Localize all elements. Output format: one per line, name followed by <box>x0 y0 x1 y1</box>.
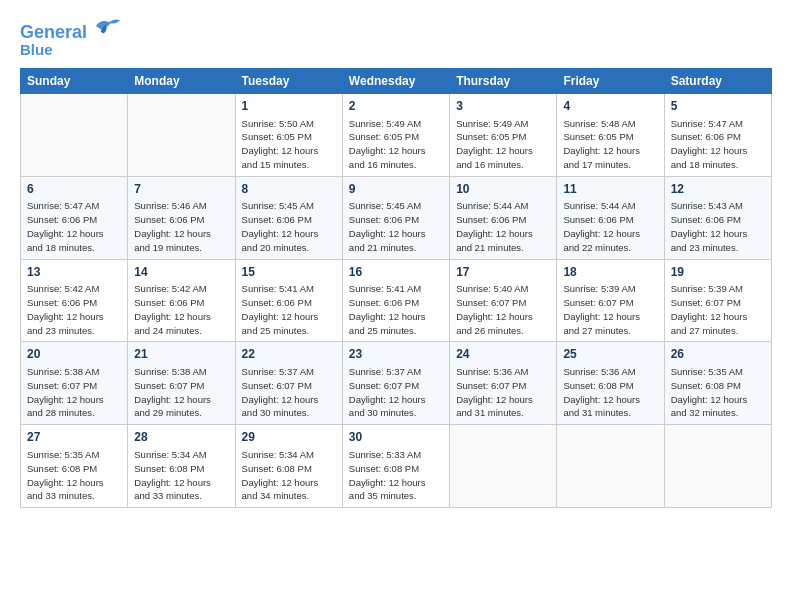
calendar-cell: 26Sunrise: 5:35 AM Sunset: 6:08 PM Dayli… <box>664 342 771 425</box>
logo-bird-icon <box>94 16 122 38</box>
day-number: 10 <box>456 181 550 198</box>
day-info: Sunrise: 5:45 AM Sunset: 6:06 PM Dayligh… <box>349 199 443 254</box>
page-header: General Blue <box>20 16 772 58</box>
day-number: 4 <box>563 98 657 115</box>
day-info: Sunrise: 5:47 AM Sunset: 6:06 PM Dayligh… <box>27 199 121 254</box>
day-info: Sunrise: 5:45 AM Sunset: 6:06 PM Dayligh… <box>242 199 336 254</box>
calendar-cell: 10Sunrise: 5:44 AM Sunset: 6:06 PM Dayli… <box>450 176 557 259</box>
calendar-table: SundayMondayTuesdayWednesdayThursdayFrid… <box>20 68 772 508</box>
calendar-cell <box>664 425 771 508</box>
day-info: Sunrise: 5:49 AM Sunset: 6:05 PM Dayligh… <box>349 117 443 172</box>
day-info: Sunrise: 5:42 AM Sunset: 6:06 PM Dayligh… <box>134 282 228 337</box>
day-number: 27 <box>27 429 121 446</box>
day-header-monday: Monday <box>128 68 235 93</box>
calendar-cell: 23Sunrise: 5:37 AM Sunset: 6:07 PM Dayli… <box>342 342 449 425</box>
day-info: Sunrise: 5:42 AM Sunset: 6:06 PM Dayligh… <box>27 282 121 337</box>
calendar-cell: 2Sunrise: 5:49 AM Sunset: 6:05 PM Daylig… <box>342 93 449 176</box>
day-info: Sunrise: 5:50 AM Sunset: 6:05 PM Dayligh… <box>242 117 336 172</box>
day-info: Sunrise: 5:34 AM Sunset: 6:08 PM Dayligh… <box>134 448 228 503</box>
logo: General Blue <box>20 16 122 58</box>
calendar-cell: 3Sunrise: 5:49 AM Sunset: 6:05 PM Daylig… <box>450 93 557 176</box>
calendar-cell: 17Sunrise: 5:40 AM Sunset: 6:07 PM Dayli… <box>450 259 557 342</box>
calendar-cell: 6Sunrise: 5:47 AM Sunset: 6:06 PM Daylig… <box>21 176 128 259</box>
day-number: 17 <box>456 264 550 281</box>
day-number: 8 <box>242 181 336 198</box>
day-number: 14 <box>134 264 228 281</box>
day-info: Sunrise: 5:46 AM Sunset: 6:06 PM Dayligh… <box>134 199 228 254</box>
day-number: 16 <box>349 264 443 281</box>
day-number: 5 <box>671 98 765 115</box>
calendar-cell: 20Sunrise: 5:38 AM Sunset: 6:07 PM Dayli… <box>21 342 128 425</box>
day-number: 30 <box>349 429 443 446</box>
day-info: Sunrise: 5:37 AM Sunset: 6:07 PM Dayligh… <box>349 365 443 420</box>
day-number: 24 <box>456 346 550 363</box>
day-number: 2 <box>349 98 443 115</box>
calendar-cell: 16Sunrise: 5:41 AM Sunset: 6:06 PM Dayli… <box>342 259 449 342</box>
calendar-cell: 11Sunrise: 5:44 AM Sunset: 6:06 PM Dayli… <box>557 176 664 259</box>
day-info: Sunrise: 5:40 AM Sunset: 6:07 PM Dayligh… <box>456 282 550 337</box>
day-number: 6 <box>27 181 121 198</box>
day-info: Sunrise: 5:38 AM Sunset: 6:07 PM Dayligh… <box>134 365 228 420</box>
calendar-week-row: 6Sunrise: 5:47 AM Sunset: 6:06 PM Daylig… <box>21 176 772 259</box>
calendar-cell: 15Sunrise: 5:41 AM Sunset: 6:06 PM Dayli… <box>235 259 342 342</box>
calendar-cell: 19Sunrise: 5:39 AM Sunset: 6:07 PM Dayli… <box>664 259 771 342</box>
day-number: 29 <box>242 429 336 446</box>
calendar-week-row: 20Sunrise: 5:38 AM Sunset: 6:07 PM Dayli… <box>21 342 772 425</box>
day-info: Sunrise: 5:48 AM Sunset: 6:05 PM Dayligh… <box>563 117 657 172</box>
day-number: 11 <box>563 181 657 198</box>
calendar-cell: 8Sunrise: 5:45 AM Sunset: 6:06 PM Daylig… <box>235 176 342 259</box>
day-number: 7 <box>134 181 228 198</box>
day-header-saturday: Saturday <box>664 68 771 93</box>
calendar-cell: 4Sunrise: 5:48 AM Sunset: 6:05 PM Daylig… <box>557 93 664 176</box>
day-number: 12 <box>671 181 765 198</box>
day-number: 15 <box>242 264 336 281</box>
day-info: Sunrise: 5:35 AM Sunset: 6:08 PM Dayligh… <box>27 448 121 503</box>
day-info: Sunrise: 5:41 AM Sunset: 6:06 PM Dayligh… <box>242 282 336 337</box>
calendar-week-row: 27Sunrise: 5:35 AM Sunset: 6:08 PM Dayli… <box>21 425 772 508</box>
calendar-cell: 21Sunrise: 5:38 AM Sunset: 6:07 PM Dayli… <box>128 342 235 425</box>
calendar-cell <box>450 425 557 508</box>
logo-text: General <box>20 16 122 43</box>
calendar-cell: 22Sunrise: 5:37 AM Sunset: 6:07 PM Dayli… <box>235 342 342 425</box>
day-number: 18 <box>563 264 657 281</box>
day-number: 22 <box>242 346 336 363</box>
logo-blue: Blue <box>20 41 122 58</box>
day-number: 21 <box>134 346 228 363</box>
calendar-cell <box>557 425 664 508</box>
logo-general: General <box>20 22 87 42</box>
calendar-cell: 28Sunrise: 5:34 AM Sunset: 6:08 PM Dayli… <box>128 425 235 508</box>
day-header-thursday: Thursday <box>450 68 557 93</box>
day-info: Sunrise: 5:41 AM Sunset: 6:06 PM Dayligh… <box>349 282 443 337</box>
calendar-cell: 30Sunrise: 5:33 AM Sunset: 6:08 PM Dayli… <box>342 425 449 508</box>
day-info: Sunrise: 5:33 AM Sunset: 6:08 PM Dayligh… <box>349 448 443 503</box>
day-info: Sunrise: 5:36 AM Sunset: 6:08 PM Dayligh… <box>563 365 657 420</box>
calendar-cell: 12Sunrise: 5:43 AM Sunset: 6:06 PM Dayli… <box>664 176 771 259</box>
day-header-wednesday: Wednesday <box>342 68 449 93</box>
calendar-cell <box>128 93 235 176</box>
calendar-cell: 9Sunrise: 5:45 AM Sunset: 6:06 PM Daylig… <box>342 176 449 259</box>
day-info: Sunrise: 5:36 AM Sunset: 6:07 PM Dayligh… <box>456 365 550 420</box>
day-number: 3 <box>456 98 550 115</box>
day-number: 13 <box>27 264 121 281</box>
day-info: Sunrise: 5:34 AM Sunset: 6:08 PM Dayligh… <box>242 448 336 503</box>
calendar-cell: 7Sunrise: 5:46 AM Sunset: 6:06 PM Daylig… <box>128 176 235 259</box>
day-info: Sunrise: 5:49 AM Sunset: 6:05 PM Dayligh… <box>456 117 550 172</box>
calendar-cell <box>21 93 128 176</box>
calendar-header-row: SundayMondayTuesdayWednesdayThursdayFrid… <box>21 68 772 93</box>
calendar-week-row: 13Sunrise: 5:42 AM Sunset: 6:06 PM Dayli… <box>21 259 772 342</box>
day-info: Sunrise: 5:47 AM Sunset: 6:06 PM Dayligh… <box>671 117 765 172</box>
calendar-cell: 18Sunrise: 5:39 AM Sunset: 6:07 PM Dayli… <box>557 259 664 342</box>
day-header-sunday: Sunday <box>21 68 128 93</box>
day-number: 9 <box>349 181 443 198</box>
day-number: 26 <box>671 346 765 363</box>
day-number: 28 <box>134 429 228 446</box>
day-info: Sunrise: 5:38 AM Sunset: 6:07 PM Dayligh… <box>27 365 121 420</box>
day-info: Sunrise: 5:39 AM Sunset: 6:07 PM Dayligh… <box>563 282 657 337</box>
calendar-cell: 29Sunrise: 5:34 AM Sunset: 6:08 PM Dayli… <box>235 425 342 508</box>
day-header-friday: Friday <box>557 68 664 93</box>
calendar-cell: 5Sunrise: 5:47 AM Sunset: 6:06 PM Daylig… <box>664 93 771 176</box>
calendar-cell: 14Sunrise: 5:42 AM Sunset: 6:06 PM Dayli… <box>128 259 235 342</box>
calendar-cell: 13Sunrise: 5:42 AM Sunset: 6:06 PM Dayli… <box>21 259 128 342</box>
day-number: 23 <box>349 346 443 363</box>
calendar-cell: 27Sunrise: 5:35 AM Sunset: 6:08 PM Dayli… <box>21 425 128 508</box>
